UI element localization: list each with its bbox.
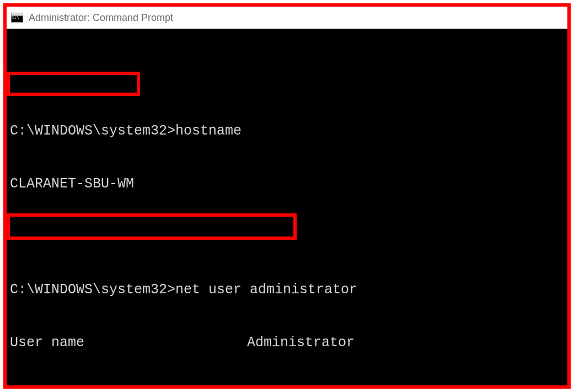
screenshot-frame: C:\ Administrator: Command Prompt C:\WIN… [3,3,571,389]
prompt-line-1: C:\WINDOWS\system32>hostname [7,122,567,140]
prompt-line-2: C:\WINDOWS\system32>net user administrat… [7,281,567,299]
window-title: Administrator: Command Prompt [29,12,173,24]
title-bar: C:\ Administrator: Command Prompt [7,7,567,29]
console-output[interactable]: C:\WINDOWS\system32>hostname CLARANET-SB… [7,29,567,385]
cmd-prompt-icon: C:\ [11,13,23,23]
user-name-row: User nameAdministrator [7,334,567,352]
hostname-output: CLARANET-SBU-WM [7,175,567,193]
